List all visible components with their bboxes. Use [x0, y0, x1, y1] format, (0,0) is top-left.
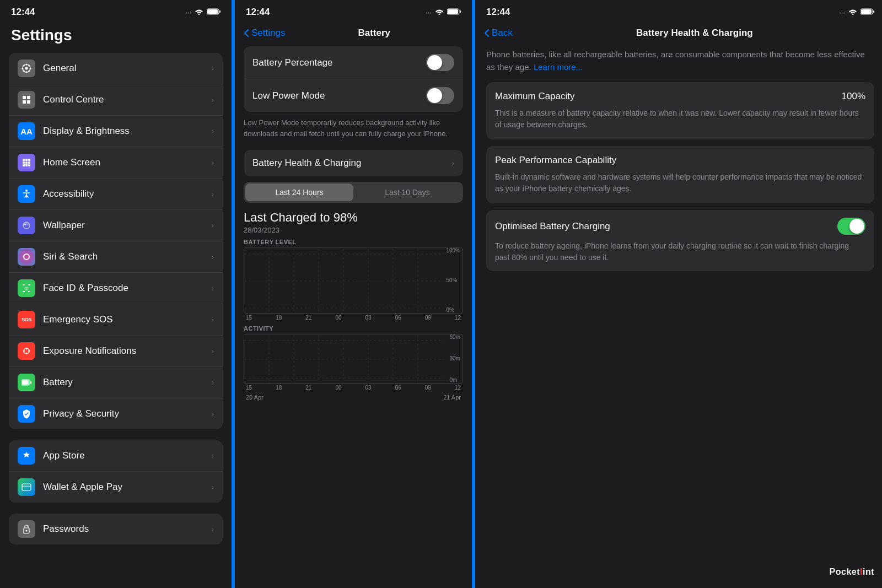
settings-section-2: App Store › Wallet & Apple Pay ›	[9, 440, 223, 503]
svg-rect-17	[28, 164, 30, 166]
svg-rect-39	[460, 10, 461, 13]
svg-rect-15	[23, 164, 25, 166]
home-label: Home Screen	[43, 157, 211, 168]
battery-percentage-toggle[interactable]	[426, 54, 454, 71]
svg-rect-22	[23, 284, 25, 285]
max-capacity-desc: This is a measure of battery capacity re…	[495, 107, 865, 131]
activity-label: ACTIVITY	[244, 325, 463, 332]
ax-03: 03	[365, 385, 372, 391]
settings-item-siri[interactable]: Siri & Search ›	[9, 241, 223, 273]
passwords-icon	[18, 520, 35, 538]
settings-item-wallpaper[interactable]: Wallpaper ›	[9, 210, 223, 241]
status-bar-2: 12:44 ···	[235, 0, 472, 22]
settings-title: Settings	[0, 22, 232, 53]
status-bar-3: 12:44 ···	[475, 0, 882, 22]
battery-y-100: 100%	[446, 248, 460, 253]
battery-percentage-row[interactable]: Battery Percentage	[244, 46, 463, 79]
settings-item-battery[interactable]: Battery ›	[9, 367, 223, 398]
charge-date: 28/03/2023	[244, 226, 463, 234]
privacy-label: Privacy & Security	[43, 408, 211, 419]
last-10d-button[interactable]: Last 10 Days	[353, 184, 461, 201]
wallet-chevron: ›	[211, 483, 214, 492]
health-back-button[interactable]: Back	[484, 28, 513, 39]
max-capacity-title: Maximum Capacity	[495, 91, 575, 102]
settings-item-wallet[interactable]: Wallet & Apple Pay ›	[9, 472, 223, 503]
status-icons-1: ···	[185, 8, 220, 17]
settings-item-faceid[interactable]: Face ID & Passcode ›	[9, 273, 223, 304]
faceid-icon	[18, 279, 35, 297]
low-power-toggle[interactable]	[426, 87, 454, 104]
activity-chart-area: ACTIVITY 60m 30m 0m 15 18	[244, 325, 463, 401]
optimised-charging-card: Optimised Battery Charging To reduce bat…	[486, 210, 874, 271]
battery-health-row[interactable]: Battery Health & Charging ›	[244, 150, 463, 176]
privacy-chevron: ›	[211, 409, 214, 418]
charge-info: Last Charged to 98% 28/03/2023	[235, 207, 472, 234]
settings-item-exposure[interactable]: Exposure Notifications ›	[9, 336, 223, 367]
svg-rect-24	[23, 291, 25, 292]
activity-chart-svg	[244, 335, 444, 384]
ax-09: 09	[425, 385, 431, 391]
svg-rect-25	[28, 291, 30, 292]
settings-item-sos[interactable]: SOS Emergency SOS ›	[9, 304, 223, 336]
low-power-description: Low Power Mode temporarily reduces backg…	[235, 114, 472, 145]
svg-rect-23	[28, 284, 30, 285]
low-power-knob	[427, 88, 442, 103]
battery-y-labels: 100% 50% 0%	[446, 248, 460, 313]
low-power-row[interactable]: Low Power Mode	[244, 79, 463, 112]
svg-point-4	[25, 67, 28, 70]
svg-rect-13	[25, 161, 28, 164]
privacy-icon	[18, 405, 35, 423]
peak-performance-card: Peak Performance Capability Built-in dyn…	[486, 146, 874, 203]
battery-icon-2	[447, 8, 461, 17]
last-24h-button[interactable]: Last 24 Hours	[245, 184, 353, 201]
svg-rect-31	[22, 380, 29, 385]
svg-rect-9	[23, 159, 25, 161]
settings-item-privacy[interactable]: Privacy & Security ›	[9, 398, 223, 429]
svg-rect-12	[23, 161, 25, 164]
settings-item-display[interactable]: AA Display & Brightness ›	[9, 116, 223, 147]
wifi-icon-1	[195, 8, 203, 17]
bx-03: 03	[365, 315, 372, 321]
ax-12: 12	[455, 385, 461, 391]
settings-item-home[interactable]: Home Screen ›	[9, 147, 223, 179]
settings-section-1: General › Control Centre › AA Display & …	[9, 53, 223, 429]
svg-rect-1	[207, 9, 218, 14]
max-capacity-value: 100%	[842, 91, 865, 102]
battery-chevron: ›	[211, 378, 214, 387]
exposure-chevron: ›	[211, 347, 214, 355]
pocketlint-highlight: l	[860, 567, 863, 576]
control-label: Control Centre	[43, 94, 211, 105]
battery-health-panel: 12:44 ··· Back Battery Health & Charging…	[475, 0, 882, 588]
battery-level-label: BATTERY LEVEL	[244, 239, 463, 245]
accessibility-icon	[18, 185, 35, 203]
siri-chevron: ›	[211, 252, 214, 261]
optimised-toggle[interactable]	[837, 218, 865, 235]
ax-21: 21	[305, 385, 311, 391]
battery-back-button[interactable]: Settings	[244, 28, 285, 39]
svg-rect-2	[219, 10, 220, 13]
ax-00: 00	[335, 385, 341, 391]
status-time-1: 12:44	[11, 7, 35, 18]
bx-21: 21	[305, 315, 311, 321]
svg-point-20	[25, 224, 26, 225]
svg-rect-16	[25, 164, 28, 166]
battery-back-label: Settings	[251, 28, 285, 39]
activity-y-labels: 60m 30m 0m	[450, 335, 460, 383]
settings-item-general[interactable]: General ›	[9, 53, 223, 84]
svg-point-21	[24, 254, 29, 260]
optimised-desc: To reduce battery ageing, iPhone learns …	[495, 240, 865, 263]
battery-nav: Settings Battery	[235, 22, 472, 42]
settings-item-appstore[interactable]: App Store ›	[9, 440, 223, 472]
settings-item-passwords[interactable]: Passwords ›	[9, 514, 223, 544]
battery-y-0: 0%	[446, 308, 460, 313]
wallpaper-icon	[18, 217, 35, 234]
sos-chevron: ›	[211, 315, 214, 324]
appstore-chevron: ›	[211, 451, 214, 460]
svg-rect-6	[27, 96, 30, 99]
battery-icon-menu	[18, 374, 35, 391]
wallpaper-label: Wallpaper	[43, 220, 211, 231]
settings-item-accessibility[interactable]: Accessibility ›	[9, 179, 223, 210]
battery-title: Battery	[285, 28, 463, 39]
learn-more-link[interactable]: Learn more...	[534, 62, 583, 72]
settings-item-control[interactable]: Control Centre ›	[9, 84, 223, 116]
